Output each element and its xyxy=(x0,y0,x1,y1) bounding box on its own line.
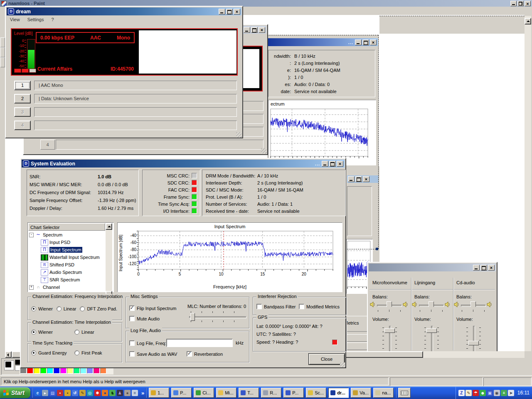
mlc-slider-thumb[interactable] xyxy=(190,313,195,321)
syseval-resize-grip[interactable] xyxy=(340,362,345,367)
dream2-maximize-button[interactable] xyxy=(251,27,258,33)
task-button[interactable]: 1... xyxy=(149,388,169,398)
quick-launch-icon[interactable]: ✎ xyxy=(79,390,86,396)
tree-item[interactable]: Π Input Spectrum xyxy=(29,246,105,254)
syseval-minimize-button[interactable] xyxy=(322,161,328,167)
palette-color-swatch[interactable] xyxy=(60,368,66,374)
radio-option[interactable]: Wiener xyxy=(31,306,53,311)
paint-vertical-scrollbar[interactable] xyxy=(525,16,531,351)
tray-icon[interactable]: + xyxy=(501,390,507,396)
radio-button[interactable] xyxy=(31,306,36,311)
balance-slider-thumb[interactable] xyxy=(429,301,434,310)
radio-button[interactable] xyxy=(74,330,79,335)
scroll-up-button[interactable] xyxy=(525,18,531,25)
task-button[interactable]: Ci... xyxy=(194,388,214,398)
quick-launch-icon[interactable]: ▪ xyxy=(64,390,71,396)
tree-item[interactable]: π Shifted PSD xyxy=(29,261,105,268)
chart-selector-scrollbar[interactable] xyxy=(106,223,112,291)
quick-launch-icon[interactable]: ◎ xyxy=(87,390,93,396)
service-select-button[interactable]: 3 xyxy=(14,107,31,117)
task-button[interactable]: Sc... xyxy=(306,388,326,398)
task-button[interactable]: dr... xyxy=(328,388,349,398)
paint-restore-button[interactable] xyxy=(517,1,524,6)
tree-scroll-up-button[interactable] xyxy=(106,223,112,230)
task-button[interactable]: Mi... xyxy=(216,388,236,398)
tray-icon[interactable]: ▣ xyxy=(487,390,493,396)
palette-color-swatch[interactable] xyxy=(40,368,47,374)
radio-button[interactable] xyxy=(31,350,36,355)
start-button[interactable]: Start xyxy=(0,387,30,398)
mixer-titlebar[interactable]: × xyxy=(369,264,496,271)
dream2-resize-grip[interactable] xyxy=(261,148,266,153)
quick-launch-icon[interactable]: ♞ xyxy=(109,390,116,396)
mixer-menubar[interactable] xyxy=(369,271,496,278)
palette-color-swatch[interactable] xyxy=(34,368,40,374)
task-button[interactable]: P... xyxy=(171,388,192,398)
palette-color-swatch[interactable] xyxy=(54,368,60,374)
service-label-field[interactable] xyxy=(34,107,237,117)
syseval-maximize-button[interactable] xyxy=(329,161,336,167)
service-select-button[interactable]: 1 xyxy=(14,81,31,90)
dream2-close-button[interactable]: × xyxy=(259,27,265,33)
quick-launch-icon[interactable]: ↺ xyxy=(72,390,78,396)
tray-icon[interactable]: ☻ xyxy=(480,390,486,396)
tree-expander-icon[interactable]: - xyxy=(29,233,34,237)
reverberation-checkbox[interactable]: ✓ Reverberation xyxy=(187,351,223,357)
quick-launch-icon[interactable]: ● xyxy=(124,390,131,396)
quick-launch-icon[interactable]: e xyxy=(34,390,41,396)
menu-item[interactable]: ? xyxy=(51,17,54,22)
quick-launch-icon[interactable]: ♟ xyxy=(117,390,123,396)
radio-option[interactable]: Linear xyxy=(57,306,76,311)
dream2-service-button-4[interactable]: 4 xyxy=(40,140,55,150)
tree-item[interactable]: Waterfall Input Spectrum xyxy=(29,254,105,261)
dream-minimize-button[interactable] xyxy=(219,9,225,15)
radio-button[interactable] xyxy=(80,306,85,311)
radio-option[interactable]: Guard Energy xyxy=(31,350,74,355)
keyboard-button[interactable] xyxy=(398,388,411,398)
radio-option[interactable]: DFT Zero Pad. xyxy=(80,306,117,311)
palette-color-swatch[interactable] xyxy=(87,368,93,374)
bandpass-filter-checkbox[interactable]: ✓ Bandpass Filter xyxy=(256,304,296,309)
tree-item[interactable]: ↗ Audio Spectrum xyxy=(29,268,105,276)
tree-item[interactable]: - ∼ Spectrum xyxy=(29,231,105,239)
menu-item[interactable]: View xyxy=(10,17,20,22)
volume-slider-track[interactable] xyxy=(473,326,475,352)
mixer-maximize-button[interactable] xyxy=(480,265,487,271)
dream-maximize-button[interactable] xyxy=(226,9,233,15)
radio-button[interactable] xyxy=(31,330,36,335)
service-label-field[interactable]: | Data: Unknown Service xyxy=(34,94,237,103)
selection-handle[interactable] xyxy=(376,248,378,250)
flip-input-spectrum-checkbox[interactable]: ✓ Flip Input Spectrum xyxy=(129,305,176,311)
paint-tool-button[interactable] xyxy=(0,57,5,67)
log-freq-input[interactable] xyxy=(166,339,233,347)
radio-button[interactable] xyxy=(57,306,62,311)
palette-color-swatch[interactable] xyxy=(80,368,86,374)
task-button[interactable]: P... xyxy=(283,388,304,398)
palette-color-swatch[interactable] xyxy=(27,368,33,374)
volume-slider-thumb[interactable] xyxy=(468,341,479,345)
mute-audio-checkbox[interactable]: ✓ Mute Audio xyxy=(129,316,160,321)
palette-color-swatch[interactable] xyxy=(100,368,106,374)
paint-tool-button[interactable] xyxy=(0,37,5,47)
dream-titlebar[interactable]: D dream × xyxy=(7,7,241,15)
radio-option[interactable]: Wiener xyxy=(31,330,74,335)
dream-resize-grip[interactable] xyxy=(236,132,241,138)
tree-item[interactable]: + ∩ Channel xyxy=(29,283,105,291)
paint-minimize-button[interactable] xyxy=(510,1,517,6)
task-button[interactable]: R... xyxy=(261,388,281,398)
quick-launch-icon[interactable]: ✱ xyxy=(94,390,101,396)
task-button[interactable]: T... xyxy=(239,388,259,398)
tree-item[interactable]: Π Input PSD xyxy=(29,239,105,246)
dream-close-button[interactable]: × xyxy=(234,9,240,15)
palette-color-swatch[interactable] xyxy=(20,368,27,374)
syseval-titlebar[interactable]: D System Evaluation ... × xyxy=(22,160,345,167)
log-file-freq-checkbox[interactable]: ✓ Log File, Freq: xyxy=(129,340,166,346)
tray-icon[interactable]: Z xyxy=(458,390,465,396)
chart-selector-header[interactable]: Chart Selector xyxy=(28,223,105,231)
quick-launch-icon[interactable]: ≡ xyxy=(132,390,138,396)
radio-option[interactable]: Linear xyxy=(74,330,118,335)
task-button[interactable]: na... xyxy=(373,388,394,398)
volume-slider-thumb[interactable] xyxy=(426,328,437,333)
balance-slider-thumb[interactable] xyxy=(470,301,476,310)
mixer-minimize-button[interactable] xyxy=(473,265,480,271)
